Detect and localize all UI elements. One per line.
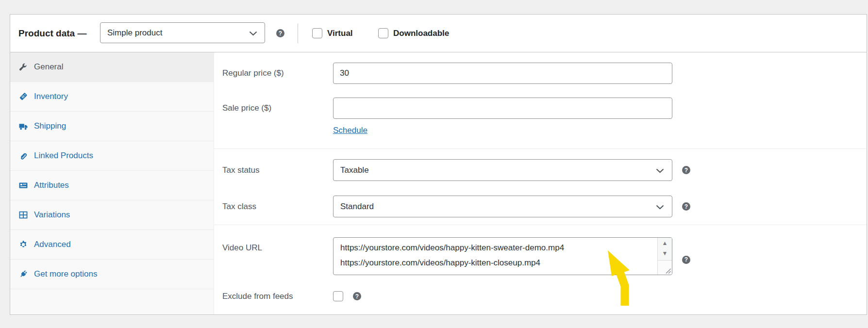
video-url-help-icon[interactable]: ? [682, 256, 690, 264]
tax-status-help-icon[interactable]: ? [682, 166, 690, 174]
product-data-header: Product data — Simple product ? Virtual … [10, 15, 867, 52]
scroll-up-icon[interactable]: ▲ [658, 240, 672, 246]
sale-price-label: Sale price ($) [214, 98, 333, 119]
video-url-label: Video URL [214, 237, 333, 259]
tax-class-help-icon[interactable]: ? [682, 202, 690, 211]
tax-class-select[interactable]: Standard [333, 196, 672, 217]
panel-title: Product data — [18, 15, 86, 52]
tab-label: Get more options [34, 269, 97, 279]
tab-label: Linked Products [34, 151, 93, 161]
paperclip-icon [18, 151, 28, 161]
schedule-row: Schedule [333, 126, 367, 135]
tax-status-label: Tax status [214, 159, 333, 181]
downloadable-label: Downloadable [393, 15, 449, 52]
video-url-line-1: https://yourstore.com/videos/happy-kitte… [340, 241, 564, 255]
exclude-from-feeds-row: Exclude from feeds ? [214, 291, 867, 301]
tab-shipping[interactable]: Shipping [10, 112, 214, 141]
video-url-row: Video URL https://yourstore.com/videos/h… [214, 237, 867, 275]
tab-inventory[interactable]: Inventory [10, 82, 214, 112]
tax-status-value: Taxable [340, 165, 369, 175]
tax-class-label: Tax class [214, 196, 333, 217]
product-type-help-icon[interactable]: ? [276, 29, 284, 37]
tab-general[interactable]: General [10, 52, 214, 82]
regular-price-label: Regular price ($) [214, 63, 333, 84]
scroll-down-icon[interactable]: ▼ [658, 250, 672, 257]
tab-variations[interactable]: Variations [10, 200, 214, 230]
virtual-checkbox[interactable] [312, 28, 322, 38]
attributes-card-icon [18, 181, 28, 190]
tab-get-more-options[interactable]: Get more options [10, 260, 214, 289]
product-data-panel: Product data — Simple product ? Virtual … [10, 14, 867, 315]
chevron-down-icon [656, 168, 664, 173]
gear-icon [18, 240, 28, 249]
section-divider [214, 225, 867, 225]
exclude-from-feeds-help-icon[interactable]: ? [353, 292, 361, 300]
tab-linked-products[interactable]: Linked Products [10, 141, 214, 171]
tab-label: General [34, 62, 63, 72]
tax-class-row: Tax class Standard ? [214, 196, 867, 217]
plug-icon [18, 270, 28, 279]
video-url-textarea[interactable]: https://yourstore.com/videos/happy-kitte… [333, 237, 672, 275]
resize-grip-icon[interactable] [665, 268, 671, 274]
tax-class-value: Standard [340, 202, 374, 212]
sale-price-row: Sale price ($) [214, 98, 867, 119]
scrollbar-arrows: ▲ ▼ [658, 238, 672, 261]
wrench-icon [18, 63, 28, 72]
product-type-select[interactable]: Simple product [100, 22, 265, 43]
header-divider [298, 24, 298, 43]
inventory-tag-icon [18, 92, 28, 101]
schedule-link[interactable]: Schedule [333, 126, 367, 135]
tax-status-row: Tax status Taxable ? [214, 159, 867, 181]
tab-label: Attributes [34, 180, 69, 190]
exclude-from-feeds-label: Exclude from feeds [214, 291, 333, 301]
tab-advanced[interactable]: Advanced [10, 230, 214, 260]
tax-status-select[interactable]: Taxable [333, 159, 672, 181]
grid-icon [18, 211, 28, 220]
regular-price-row: Regular price ($) [214, 63, 867, 84]
sale-price-input[interactable] [333, 98, 672, 119]
tab-label: Shipping [34, 121, 66, 131]
regular-price-input[interactable] [333, 63, 672, 84]
tab-attributes[interactable]: Attributes [10, 171, 214, 200]
downloadable-checkbox[interactable] [378, 28, 388, 38]
exclude-from-feeds-checkbox[interactable] [333, 291, 343, 301]
truck-icon [18, 122, 28, 131]
section-divider [214, 148, 867, 149]
textarea-scrollbar[interactable]: ▲ ▼ [657, 238, 672, 275]
chevron-down-icon [656, 205, 664, 210]
video-url-line-2: https://yourstore.com/videos/happy-kitte… [340, 256, 540, 270]
general-tab-panel: Regular price ($) Sale price ($) Schedul… [214, 52, 867, 314]
product-data-tabs: General Inventory Shipping Linked Produc… [10, 52, 214, 314]
tab-label: Inventory [34, 92, 68, 101]
chevron-down-icon [249, 31, 257, 36]
virtual-label: Virtual [327, 15, 353, 52]
tab-label: Advanced [34, 240, 71, 249]
tab-label: Variations [34, 210, 70, 220]
product-type-value: Simple product [107, 28, 162, 38]
